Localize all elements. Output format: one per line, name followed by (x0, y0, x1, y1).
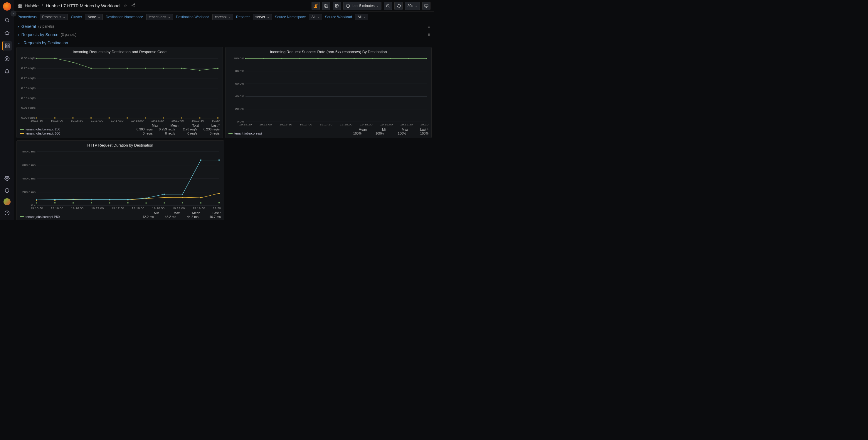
svg-point-9 (6, 178, 8, 179)
svg-rect-102 (263, 58, 264, 59)
svg-text:200.0 ms: 200.0 ms (22, 190, 35, 193)
var-prometheus-value[interactable]: Prometheus⌄ (40, 14, 68, 20)
svg-text:19:16:30: 19:16:30 (280, 123, 292, 126)
svg-point-16 (134, 3, 135, 4)
svg-text:19:19:00: 19:19:00 (172, 119, 184, 122)
grafana-logo[interactable] (3, 2, 11, 10)
svg-text:400.0 ms: 400.0 ms (22, 177, 35, 180)
svg-rect-63 (145, 68, 146, 69)
panel-http-duration[interactable]: HTTP Request Duration by Destination 0 s… (17, 140, 224, 220)
breadcrumb-folder[interactable]: Hubble (25, 3, 39, 8)
svg-point-18 (134, 6, 135, 7)
refresh-interval-button[interactable]: 30s ⌄ (405, 2, 420, 10)
time-range-button[interactable]: Last 5 minutes ⌄ (343, 2, 381, 10)
svg-rect-159 (127, 199, 129, 200)
row-requests-by-destination[interactable]: ⌄ Requests by Destination (17, 39, 432, 47)
svg-rect-107 (353, 58, 355, 59)
chart[interactable]: 0.0%20.0%40.0%60.0%80.0%100.0%19:15:3019… (228, 56, 428, 126)
var-prometheus-label[interactable]: Prometheus (18, 15, 37, 19)
svg-rect-73 (127, 117, 128, 118)
var-src-wl-label[interactable]: Source Workload (325, 15, 352, 19)
svg-rect-75 (163, 117, 164, 118)
svg-rect-156 (72, 199, 74, 200)
alerting-icon[interactable] (2, 67, 12, 77)
zoom-out-button[interactable] (384, 2, 392, 10)
panel-legend: MeanMinMaxLast *tenant-jobs/coreapi100%1… (228, 128, 428, 136)
chart[interactable]: 0 s200.0 ms400.0 ms600.0 ms800.0 ms19:15… (20, 149, 221, 210)
legend-item[interactable]: tenant-jobs/coreapi100%100%100%100% (228, 131, 428, 136)
svg-rect-157 (91, 199, 92, 200)
svg-rect-77 (199, 117, 200, 118)
svg-rect-12 (18, 4, 20, 6)
refresh-interval-label: 30s (408, 4, 413, 8)
save-button[interactable] (322, 2, 330, 10)
var-src-wl-value[interactable]: All⌄ (355, 14, 368, 20)
sidebar-toggle[interactable]: › (10, 10, 17, 17)
svg-point-7 (5, 57, 9, 61)
svg-text:80.0%: 80.0% (235, 69, 244, 72)
time-range-label: Last 5 minutes (352, 4, 375, 8)
svg-text:19:20:00: 19:20:00 (212, 119, 220, 122)
search-icon[interactable] (2, 15, 12, 25)
svg-text:0.10 req/s: 0.10 req/s (21, 96, 35, 99)
svg-text:19:18:00: 19:18:00 (340, 123, 352, 126)
svg-rect-61 (108, 68, 110, 69)
breadcrumb[interactable]: Hubble / Hubble L7 HTTP Metrics by Workl… (25, 3, 120, 8)
dashboards-icon[interactable] (2, 41, 12, 51)
tv-mode-button[interactable] (422, 2, 431, 10)
row-title: Requests by Destination (24, 40, 68, 45)
svg-rect-72 (108, 117, 110, 118)
configuration-icon[interactable] (2, 174, 12, 183)
var-dest-ns-value[interactable]: tenant-jobs⌄ (146, 14, 173, 20)
row-requests-by-source[interactable]: › Requests by Source (3 panels) ⠿ (17, 31, 432, 39)
svg-rect-60 (90, 68, 92, 69)
legend-item[interactable]: tenant-jobs/coreapi: 2000.300 req/s0.253… (20, 127, 220, 131)
var-reporter-value[interactable]: server⌄ (253, 14, 272, 20)
legend-item[interactable]: tenant-jobs/coreapi P9590.8 ms205 ms104 … (20, 219, 221, 220)
row-meta: (3 panels) (38, 24, 54, 29)
svg-rect-139 (164, 202, 165, 203)
svg-text:19:15:30: 19:15:30 (239, 123, 252, 126)
chart[interactable]: 0.00 req/s0.05 req/s0.10 req/s0.15 req/s… (20, 56, 220, 122)
var-src-ns-value[interactable]: All⌄ (309, 14, 322, 20)
var-dest-wl-value[interactable]: coreapi⌄ (212, 14, 233, 20)
panel-incoming-requests[interactable]: Incoming Requests by Destination and Res… (17, 47, 223, 138)
svg-rect-109 (390, 58, 391, 59)
var-src-ns-label[interactable]: Source Namespace (275, 15, 306, 19)
star-button[interactable]: ☆ (124, 3, 127, 8)
settings-button[interactable] (333, 2, 341, 10)
user-avatar[interactable] (3, 198, 10, 205)
drag-handle-icon[interactable]: ⠿ (428, 32, 431, 37)
share-button[interactable] (131, 3, 135, 8)
svg-text:19:18:30: 19:18:30 (152, 206, 165, 209)
svg-rect-104 (299, 58, 300, 59)
var-dest-ns-label[interactable]: Destination Namespace (106, 15, 143, 19)
legend-item[interactable]: tenant-jobs/coreapi: 5000 req/s0 req/s0 … (20, 131, 220, 136)
explore-icon[interactable] (2, 54, 12, 63)
panel-success-rate[interactable]: Incoming Request Success Rate (non-5xx r… (225, 47, 432, 138)
svg-text:19:19:30: 19:19:30 (191, 119, 204, 122)
var-dest-wl-label[interactable]: Destination Workload (176, 15, 209, 19)
var-cluster-value[interactable]: None⌄ (85, 14, 103, 20)
svg-rect-105 (317, 58, 319, 59)
drag-handle-icon[interactable]: ⠿ (428, 24, 431, 29)
svg-rect-76 (181, 117, 182, 118)
svg-rect-68 (36, 117, 37, 118)
svg-rect-14 (20, 6, 22, 8)
row-general[interactable]: › General (3 panels) ⠿ (17, 22, 432, 31)
help-icon[interactable] (2, 208, 12, 218)
svg-marker-2 (5, 31, 9, 35)
legend-item[interactable]: tenant-jobs/coreapi P5042.2 ms48.2 ms44.… (20, 215, 221, 219)
svg-rect-78 (217, 117, 218, 118)
refresh-button[interactable] (394, 2, 403, 10)
var-reporter-label[interactable]: Reporter (236, 15, 250, 19)
var-cluster-label[interactable]: Cluster (71, 15, 82, 19)
breadcrumb-title[interactable]: Hubble L7 HTTP Metrics by Workload (46, 3, 120, 8)
svg-text:19:19:00: 19:19:00 (173, 206, 185, 209)
add-panel-button[interactable] (312, 2, 320, 10)
star-icon[interactable] (2, 28, 12, 38)
svg-point-17 (132, 5, 133, 6)
svg-marker-8 (6, 58, 8, 60)
admin-icon[interactable] (2, 186, 12, 195)
svg-rect-133 (54, 202, 56, 203)
